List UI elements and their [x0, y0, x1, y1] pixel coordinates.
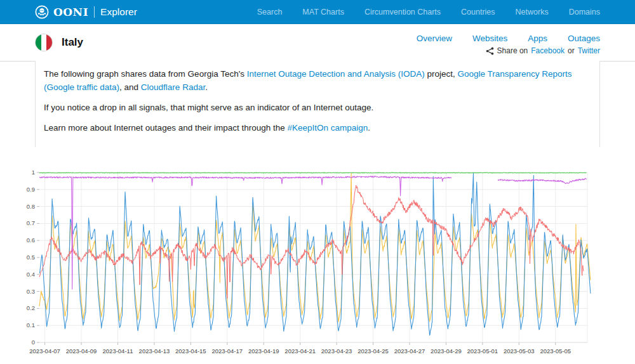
intro-text: , and: [119, 82, 141, 92]
tab-outages[interactable]: Outages: [568, 34, 600, 43]
share-prefix: Share on: [497, 46, 528, 55]
svg-text:0.1: 0.1: [27, 322, 35, 328]
top-navbar: OONI Explorer Search MAT Charts Circumve…: [0, 0, 635, 24]
intro-text: The following graph shares data from Geo…: [44, 69, 247, 79]
ioda-link[interactable]: Internet Outage Detection and Analysis (…: [247, 69, 425, 79]
tab-overview[interactable]: Overview: [417, 34, 452, 43]
ooni-octopus-logo-icon: [35, 5, 49, 19]
nav-item-search[interactable]: Search: [257, 8, 283, 16]
nav-item-domains[interactable]: Domains: [569, 8, 600, 16]
svg-text:2023-04-13: 2023-04-13: [139, 348, 170, 354]
svg-text:2023-04-21: 2023-04-21: [284, 348, 316, 354]
svg-text:2023-05-05: 2023-05-05: [540, 348, 571, 354]
svg-text:2023-04-17: 2023-04-17: [211, 348, 243, 354]
tab-websites[interactable]: Websites: [472, 34, 507, 43]
ooni-explorer-brand-link[interactable]: OONI Explorer: [35, 5, 137, 19]
intro-text: .: [368, 123, 370, 133]
svg-text:0.5: 0.5: [27, 254, 35, 261]
brand-name: OONI: [53, 6, 88, 18]
country-header: Italy Overview Websites Apps Outages: [0, 24, 635, 62]
svg-text:2023-04-11: 2023-04-11: [103, 348, 133, 354]
svg-text:0.9: 0.9: [27, 185, 35, 192]
svg-text:2023-04-23: 2023-04-23: [321, 348, 352, 354]
svg-text:0.7: 0.7: [27, 219, 35, 226]
keepiton-link[interactable]: #KeepItOn campaign: [288, 123, 368, 133]
outage-chart-section: 00.10.20.30.40.50.60.70.80.912023-04-072…: [25, 169, 612, 364]
nav-item-countries[interactable]: Countries: [461, 8, 495, 16]
outage-signals-chart: 00.10.20.30.40.50.60.70.80.912023-04-072…: [25, 169, 612, 359]
share-twitter-link[interactable]: Twitter: [578, 46, 600, 55]
nav-item-networks[interactable]: Networks: [516, 8, 549, 16]
svg-text:2023-05-01: 2023-05-01: [467, 348, 498, 354]
svg-text:2023-04-27: 2023-04-27: [394, 348, 425, 354]
svg-text:0.2: 0.2: [27, 304, 35, 311]
nav-item-circumvention-charts[interactable]: Circumvention Charts: [364, 8, 441, 16]
share-icon: [486, 47, 494, 55]
svg-text:0.6: 0.6: [27, 237, 35, 244]
svg-text:0.4: 0.4: [27, 270, 35, 277]
intro-text: project,: [425, 69, 458, 79]
intro-text: .: [205, 82, 208, 92]
svg-text:2023-04-07: 2023-04-07: [29, 348, 60, 354]
intro-paragraph-1: The following graph shares data from Geo…: [44, 68, 591, 94]
svg-text:0: 0: [32, 339, 35, 346]
cloudflare-radar-link[interactable]: Cloudflare Radar: [141, 82, 205, 92]
italy-flag-icon: [35, 34, 53, 51]
svg-text:2023-04-15: 2023-04-15: [175, 348, 206, 354]
svg-text:2023-04-25: 2023-04-25: [358, 348, 389, 354]
brand-product: Explorer: [100, 6, 137, 18]
share-facebook-link[interactable]: Facebook: [531, 46, 565, 55]
intro-paragraph-2: If you notice a drop in all signals, tha…: [44, 101, 591, 115]
intro-text: Learn more about Internet outages and th…: [44, 123, 288, 133]
intro-paragraph-3: Learn more about Internet outages and th…: [44, 122, 591, 135]
svg-text:1: 1: [32, 169, 35, 176]
nav-item-mat-charts[interactable]: MAT Charts: [302, 8, 344, 16]
svg-text:2023-04-19: 2023-04-19: [248, 348, 279, 354]
svg-text:0.3: 0.3: [27, 287, 35, 294]
svg-text:2023-05-03: 2023-05-03: [504, 348, 535, 354]
svg-text:2023-04-09: 2023-04-09: [66, 348, 97, 354]
outages-intro-card: The following graph shares data from Geo…: [35, 61, 600, 147]
svg-text:2023-04-29: 2023-04-29: [431, 348, 462, 354]
country-tabs: Overview Websites Apps Outages: [417, 34, 600, 43]
share-row: Share on Facebook or Twitter: [486, 46, 600, 55]
page-title: Italy: [62, 36, 83, 49]
svg-text:0.8: 0.8: [27, 202, 35, 209]
main-nav: Search MAT Charts Circumvention Charts C…: [257, 8, 600, 16]
tab-apps[interactable]: Apps: [528, 34, 547, 43]
share-or: or: [568, 46, 575, 55]
brand-divider: [94, 6, 95, 18]
